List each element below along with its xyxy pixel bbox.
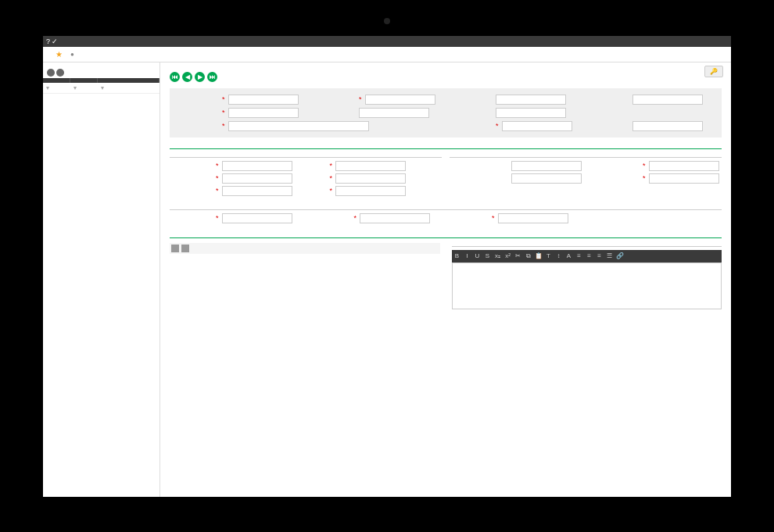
strike-icon[interactable]: S [484, 252, 492, 259]
comment-editor[interactable] [452, 262, 722, 309]
table-toolbar [170, 243, 440, 254]
color-icon[interactable]: A [565, 252, 573, 259]
customer-admin-button[interactable]: 🔑 [704, 66, 723, 77]
open-items-table-wrap [170, 243, 440, 309]
end-date-input[interactable] [498, 213, 568, 223]
nav-first-icon[interactable]: ⏮ [170, 72, 180, 82]
align-left-icon[interactable]: ≡ [575, 252, 583, 259]
record-nav: ⏮ ◀ ▶ ⏭ [170, 72, 722, 82]
site-input[interactable] [365, 95, 435, 105]
camera-dot [384, 18, 390, 24]
list-icon[interactable]: ☰ [606, 252, 614, 259]
bp-data-title [170, 154, 442, 158]
sidebar-rows[interactable] [43, 94, 159, 497]
nav-last-icon[interactable]: ⏭ [207, 72, 217, 82]
filter-icon[interactable]: ▾ [98, 83, 159, 93]
rte-toolbar: BIUSx₂x²✂⧉📋T↕A≡≡≡☰🔗 [452, 250, 722, 262]
size-icon[interactable]: ↕ [555, 252, 563, 259]
link-icon[interactable]: 🔗 [616, 252, 624, 259]
sidebar-tool-icon[interactable] [47, 69, 55, 77]
align-right-icon[interactable]: ≡ [596, 252, 604, 259]
sign-input[interactable] [496, 108, 566, 118]
italic-icon[interactable]: I [464, 252, 471, 259]
comment-title [452, 243, 722, 247]
bold-icon[interactable]: B [453, 252, 461, 259]
line-input[interactable] [359, 108, 429, 118]
acc-date-input[interactable] [511, 161, 582, 171]
filter-icon[interactable]: ▾ [43, 83, 70, 93]
doc-date-input[interactable] [502, 121, 572, 131]
periodicity-input[interactable] [222, 213, 292, 223]
sup-icon[interactable]: x² [504, 252, 512, 259]
amount-input[interactable] [222, 186, 292, 196]
left-list-panel: ▾ ▾ ▾ [43, 62, 160, 497]
cut-icon[interactable]: ✂ [514, 252, 522, 259]
company-input[interactable] [228, 95, 299, 105]
sidebar-filter-row: ▾ ▾ ▾ [43, 83, 159, 94]
copy-icon[interactable]: ⧉ [525, 252, 532, 260]
system-topbar: ? ✓ [43, 36, 731, 47]
status-input[interactable] [496, 95, 566, 105]
help-icon[interactable]: ? [46, 37, 50, 45]
bp-input[interactable] [222, 161, 292, 171]
periodic-input[interactable] [632, 121, 703, 131]
align-center-icon[interactable]: ≡ [586, 252, 593, 259]
currency-input[interactable] [335, 173, 406, 184]
increment-input[interactable] [360, 213, 430, 223]
rate-type-input[interactable] [335, 186, 406, 196]
header-panel: * * * * * [170, 88, 722, 137]
open-items-title [170, 234, 722, 238]
table-tool-icon[interactable] [171, 245, 179, 252]
bank-input[interactable] [222, 173, 292, 184]
description-input[interactable] [228, 121, 369, 131]
pay-terms-input[interactable] [649, 161, 719, 171]
content-area: 🔑 ⏮ ◀ ▶ ⏭ * * * * * [160, 62, 731, 497]
accounting-data-title [450, 154, 722, 158]
sidebar-tool-icon[interactable] [56, 69, 64, 77]
pay-method-input[interactable] [649, 173, 719, 184]
sub-icon[interactable]: x₂ [494, 252, 502, 259]
search-icon[interactable] [181, 245, 189, 252]
control-input[interactable] [335, 161, 406, 171]
main-navbar: ★ ● [43, 47, 731, 62]
nav-prev-icon[interactable]: ◀ [182, 72, 192, 82]
paste-icon[interactable]: 📋 [535, 252, 543, 259]
forecast-type-input[interactable] [632, 95, 703, 105]
filter-icon[interactable]: ▾ [70, 83, 98, 93]
nav-dot[interactable]: ● [70, 51, 74, 58]
check-icon[interactable]: ✓ [52, 37, 58, 45]
comment-panel: BIUSx₂x²✂⧉📋T↕A≡≡≡☰🔗 [452, 243, 722, 309]
font-icon[interactable]: T [545, 252, 553, 259]
underline-icon[interactable]: U [474, 252, 482, 259]
frequency-title [170, 206, 722, 210]
sidebar-toolbar [43, 67, 159, 78]
forecast-date-input[interactable] [511, 173, 582, 184]
data-section-title [170, 145, 722, 149]
document-input[interactable] [228, 108, 299, 118]
favorite-icon[interactable]: ★ [56, 50, 63, 59]
nav-next-icon[interactable]: ▶ [195, 72, 205, 82]
